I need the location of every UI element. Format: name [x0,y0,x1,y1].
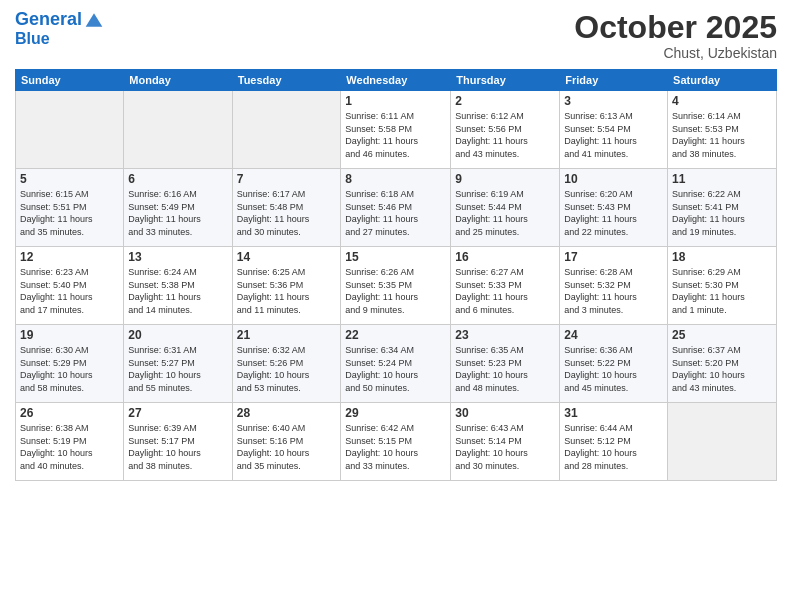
table-row [124,91,232,169]
day-number: 15 [345,250,446,264]
month-title: October 2025 [574,10,777,45]
day-info: Sunrise: 6:42 AM Sunset: 5:15 PM Dayligh… [345,422,446,472]
day-info: Sunrise: 6:44 AM Sunset: 5:12 PM Dayligh… [564,422,663,472]
table-row: 15Sunrise: 6:26 AM Sunset: 5:35 PM Dayli… [341,247,451,325]
page: General Blue October 2025 Chust, Uzbekis… [0,0,792,612]
day-number: 23 [455,328,555,342]
day-info: Sunrise: 6:35 AM Sunset: 5:23 PM Dayligh… [455,344,555,394]
day-info: Sunrise: 6:43 AM Sunset: 5:14 PM Dayligh… [455,422,555,472]
calendar-week-row: 5Sunrise: 6:15 AM Sunset: 5:51 PM Daylig… [16,169,777,247]
table-row: 12Sunrise: 6:23 AM Sunset: 5:40 PM Dayli… [16,247,124,325]
calendar-week-row: 19Sunrise: 6:30 AM Sunset: 5:29 PM Dayli… [16,325,777,403]
table-row [232,91,341,169]
table-row: 10Sunrise: 6:20 AM Sunset: 5:43 PM Dayli… [560,169,668,247]
table-row: 20Sunrise: 6:31 AM Sunset: 5:27 PM Dayli… [124,325,232,403]
day-number: 1 [345,94,446,108]
table-row: 9Sunrise: 6:19 AM Sunset: 5:44 PM Daylig… [451,169,560,247]
table-row: 8Sunrise: 6:18 AM Sunset: 5:46 PM Daylig… [341,169,451,247]
day-info: Sunrise: 6:23 AM Sunset: 5:40 PM Dayligh… [20,266,119,316]
table-row: 24Sunrise: 6:36 AM Sunset: 5:22 PM Dayli… [560,325,668,403]
day-info: Sunrise: 6:37 AM Sunset: 5:20 PM Dayligh… [672,344,772,394]
table-row: 30Sunrise: 6:43 AM Sunset: 5:14 PM Dayli… [451,403,560,481]
table-row: 22Sunrise: 6:34 AM Sunset: 5:24 PM Dayli… [341,325,451,403]
logo-general: General [15,10,82,30]
col-friday: Friday [560,70,668,91]
day-number: 25 [672,328,772,342]
day-number: 22 [345,328,446,342]
day-number: 27 [128,406,227,420]
table-row: 3Sunrise: 6:13 AM Sunset: 5:54 PM Daylig… [560,91,668,169]
day-info: Sunrise: 6:38 AM Sunset: 5:19 PM Dayligh… [20,422,119,472]
day-number: 6 [128,172,227,186]
day-info: Sunrise: 6:11 AM Sunset: 5:58 PM Dayligh… [345,110,446,160]
svg-marker-0 [86,13,103,26]
day-number: 5 [20,172,119,186]
table-row: 4Sunrise: 6:14 AM Sunset: 5:53 PM Daylig… [668,91,777,169]
day-info: Sunrise: 6:39 AM Sunset: 5:17 PM Dayligh… [128,422,227,472]
day-number: 24 [564,328,663,342]
day-info: Sunrise: 6:29 AM Sunset: 5:30 PM Dayligh… [672,266,772,316]
col-tuesday: Tuesday [232,70,341,91]
table-row: 25Sunrise: 6:37 AM Sunset: 5:20 PM Dayli… [668,325,777,403]
calendar-header-row: Sunday Monday Tuesday Wednesday Thursday… [16,70,777,91]
table-row: 31Sunrise: 6:44 AM Sunset: 5:12 PM Dayli… [560,403,668,481]
day-number: 12 [20,250,119,264]
day-number: 11 [672,172,772,186]
calendar-week-row: 1Sunrise: 6:11 AM Sunset: 5:58 PM Daylig… [16,91,777,169]
day-info: Sunrise: 6:30 AM Sunset: 5:29 PM Dayligh… [20,344,119,394]
day-number: 28 [237,406,337,420]
col-saturday: Saturday [668,70,777,91]
table-row: 29Sunrise: 6:42 AM Sunset: 5:15 PM Dayli… [341,403,451,481]
table-row: 13Sunrise: 6:24 AM Sunset: 5:38 PM Dayli… [124,247,232,325]
day-info: Sunrise: 6:26 AM Sunset: 5:35 PM Dayligh… [345,266,446,316]
table-row: 17Sunrise: 6:28 AM Sunset: 5:32 PM Dayli… [560,247,668,325]
day-info: Sunrise: 6:27 AM Sunset: 5:33 PM Dayligh… [455,266,555,316]
day-info: Sunrise: 6:18 AM Sunset: 5:46 PM Dayligh… [345,188,446,238]
day-number: 19 [20,328,119,342]
header: General Blue October 2025 Chust, Uzbekis… [15,10,777,61]
day-info: Sunrise: 6:36 AM Sunset: 5:22 PM Dayligh… [564,344,663,394]
calendar: Sunday Monday Tuesday Wednesday Thursday… [15,69,777,481]
day-number: 17 [564,250,663,264]
location-subtitle: Chust, Uzbekistan [574,45,777,61]
calendar-week-row: 26Sunrise: 6:38 AM Sunset: 5:19 PM Dayli… [16,403,777,481]
table-row: 21Sunrise: 6:32 AM Sunset: 5:26 PM Dayli… [232,325,341,403]
day-info: Sunrise: 6:20 AM Sunset: 5:43 PM Dayligh… [564,188,663,238]
table-row: 14Sunrise: 6:25 AM Sunset: 5:36 PM Dayli… [232,247,341,325]
table-row: 1Sunrise: 6:11 AM Sunset: 5:58 PM Daylig… [341,91,451,169]
day-info: Sunrise: 6:32 AM Sunset: 5:26 PM Dayligh… [237,344,337,394]
day-number: 30 [455,406,555,420]
table-row: 7Sunrise: 6:17 AM Sunset: 5:48 PM Daylig… [232,169,341,247]
table-row [668,403,777,481]
col-wednesday: Wednesday [341,70,451,91]
title-block: October 2025 Chust, Uzbekistan [574,10,777,61]
calendar-week-row: 12Sunrise: 6:23 AM Sunset: 5:40 PM Dayli… [16,247,777,325]
day-info: Sunrise: 6:13 AM Sunset: 5:54 PM Dayligh… [564,110,663,160]
table-row: 6Sunrise: 6:16 AM Sunset: 5:49 PM Daylig… [124,169,232,247]
col-monday: Monday [124,70,232,91]
day-number: 20 [128,328,227,342]
day-info: Sunrise: 6:16 AM Sunset: 5:49 PM Dayligh… [128,188,227,238]
table-row: 26Sunrise: 6:38 AM Sunset: 5:19 PM Dayli… [16,403,124,481]
col-sunday: Sunday [16,70,124,91]
table-row: 11Sunrise: 6:22 AM Sunset: 5:41 PM Dayli… [668,169,777,247]
day-info: Sunrise: 6:31 AM Sunset: 5:27 PM Dayligh… [128,344,227,394]
day-number: 21 [237,328,337,342]
day-info: Sunrise: 6:40 AM Sunset: 5:16 PM Dayligh… [237,422,337,472]
day-number: 10 [564,172,663,186]
day-number: 9 [455,172,555,186]
table-row: 16Sunrise: 6:27 AM Sunset: 5:33 PM Dayli… [451,247,560,325]
day-info: Sunrise: 6:22 AM Sunset: 5:41 PM Dayligh… [672,188,772,238]
table-row: 18Sunrise: 6:29 AM Sunset: 5:30 PM Dayli… [668,247,777,325]
day-info: Sunrise: 6:14 AM Sunset: 5:53 PM Dayligh… [672,110,772,160]
day-info: Sunrise: 6:15 AM Sunset: 5:51 PM Dayligh… [20,188,119,238]
logo: General Blue [15,10,104,48]
day-number: 7 [237,172,337,186]
day-number: 8 [345,172,446,186]
logo-blue: Blue [15,30,104,48]
logo-icon [84,10,104,30]
table-row: 28Sunrise: 6:40 AM Sunset: 5:16 PM Dayli… [232,403,341,481]
day-info: Sunrise: 6:24 AM Sunset: 5:38 PM Dayligh… [128,266,227,316]
day-info: Sunrise: 6:19 AM Sunset: 5:44 PM Dayligh… [455,188,555,238]
table-row: 27Sunrise: 6:39 AM Sunset: 5:17 PM Dayli… [124,403,232,481]
